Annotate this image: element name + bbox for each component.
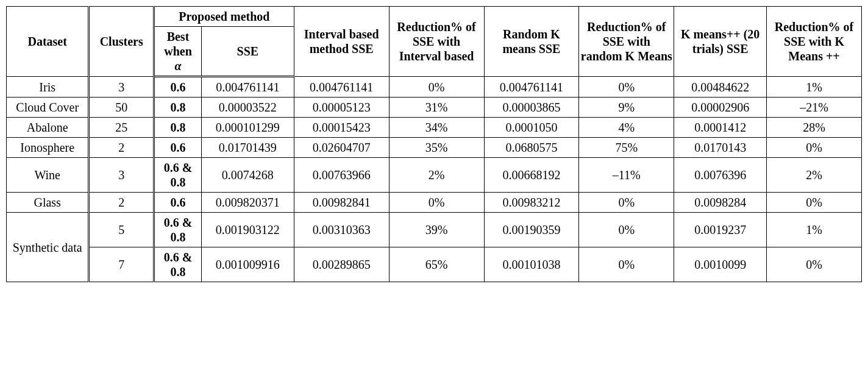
cell-red-kpp: 2% <box>767 158 862 193</box>
cell-red-random: 9% <box>579 98 674 118</box>
table-row: 7 0.6 & 0.8 0.001009916 0.00289865 65% 0… <box>7 247 862 282</box>
cell-red-kpp: 28% <box>767 118 862 138</box>
cell-red-random: 0% <box>579 193 674 213</box>
cell-dataset: Iris <box>7 77 89 98</box>
cell-random: 0.00668192 <box>484 158 579 193</box>
cell-red-kpp: 0% <box>767 247 862 282</box>
cell-interval: 0.00289865 <box>294 247 389 282</box>
comparison-table: Dataset Clusters Proposed method Interva… <box>6 6 862 282</box>
cell-clusters: 7 <box>89 247 154 282</box>
cell-kpp: 0.0098284 <box>674 193 767 213</box>
cell-sse: 0.001903122 <box>201 213 294 247</box>
header-proposed: Proposed method <box>154 7 294 27</box>
cell-kpp: 0.00484622 <box>674 77 767 98</box>
cell-red-kpp: 1% <box>767 77 862 98</box>
cell-kpp: 0.0076396 <box>674 158 767 193</box>
cell-red-kpp: –21% <box>767 98 862 118</box>
cell-sse: 0.0074268 <box>201 158 294 193</box>
cell-red-interval: 34% <box>389 118 484 138</box>
cell-alpha: 0.6 & 0.8 <box>154 213 202 247</box>
cell-random: 0.0680575 <box>484 138 579 158</box>
cell-red-random: –11% <box>579 158 674 193</box>
table-row: Iris 3 0.6 0.004761141 0.004761141 0% 0.… <box>7 77 862 98</box>
cell-dataset: Synthetic data <box>7 213 89 282</box>
cell-kpp: 0.00002906 <box>674 98 767 118</box>
cell-red-interval: 31% <box>389 98 484 118</box>
cell-red-kpp: 0% <box>767 138 862 158</box>
cell-kpp: 0.0010099 <box>674 247 767 282</box>
cell-sse: 0.01701439 <box>201 138 294 158</box>
cell-clusters: 25 <box>89 118 154 138</box>
header-clusters: Clusters <box>89 7 154 77</box>
alpha-symbol: α <box>174 59 181 73</box>
cell-red-random: 75% <box>579 138 674 158</box>
cell-red-interval: 2% <box>389 158 484 193</box>
cell-interval: 0.00763966 <box>294 158 389 193</box>
cell-sse: 0.009820371 <box>201 193 294 213</box>
cell-interval: 0.00005123 <box>294 98 389 118</box>
table-row: Ionosphere 2 0.6 0.01701439 0.02604707 3… <box>7 138 862 158</box>
cell-red-kpp: 1% <box>767 213 862 247</box>
cell-alpha: 0.6 & 0.8 <box>154 158 202 193</box>
cell-red-interval: 65% <box>389 247 484 282</box>
header-best-alpha-line1: Best when <box>164 30 192 58</box>
cell-dataset: Ionosphere <box>7 138 89 158</box>
cell-red-interval: 39% <box>389 213 484 247</box>
cell-sse: 0.000101299 <box>201 118 294 138</box>
cell-red-random: 0% <box>579 247 674 282</box>
cell-random: 0.004761141 <box>484 77 579 98</box>
cell-red-interval: 0% <box>389 193 484 213</box>
cell-clusters: 50 <box>89 98 154 118</box>
cell-random: 0.00983212 <box>484 193 579 213</box>
header-dataset: Dataset <box>7 7 89 77</box>
cell-alpha: 0.8 <box>154 98 202 118</box>
cell-random: 0.00190359 <box>484 213 579 247</box>
header-interval: Interval based method SSE <box>294 7 389 77</box>
header-random: Random K means SSE <box>484 7 579 77</box>
table-row: Synthetic data 5 0.6 & 0.8 0.001903122 0… <box>7 213 862 247</box>
cell-interval: 0.00015423 <box>294 118 389 138</box>
cell-clusters: 2 <box>89 138 154 158</box>
cell-kpp: 0.0001412 <box>674 118 767 138</box>
header-kpp: K means++ (20 trials) SSE <box>674 7 767 77</box>
cell-red-random: 0% <box>579 213 674 247</box>
cell-sse: 0.004761141 <box>201 77 294 98</box>
cell-clusters: 2 <box>89 193 154 213</box>
cell-red-interval: 35% <box>389 138 484 158</box>
cell-dataset: Wine <box>7 158 89 193</box>
cell-red-interval: 0% <box>389 77 484 98</box>
cell-sse: 0.001009916 <box>201 247 294 282</box>
cell-dataset: Abalone <box>7 118 89 138</box>
header-red-interval: Reduction% of SSE with Interval based <box>389 7 484 77</box>
cell-kpp: 0.0019237 <box>674 213 767 247</box>
table-row: Abalone 25 0.8 0.000101299 0.00015423 34… <box>7 118 862 138</box>
cell-alpha: 0.6 <box>154 77 202 98</box>
table-body: Iris 3 0.6 0.004761141 0.004761141 0% 0.… <box>7 77 862 282</box>
cell-alpha: 0.6 <box>154 138 202 158</box>
cell-clusters: 3 <box>89 158 154 193</box>
table-row: Cloud Cover 50 0.8 0.00003522 0.00005123… <box>7 98 862 118</box>
cell-red-kpp: 0% <box>767 193 862 213</box>
header-red-random: Reduction% of SSE with random K Means <box>579 7 674 77</box>
cell-interval: 0.00982841 <box>294 193 389 213</box>
header-best-alpha: Best when α <box>154 27 202 77</box>
table-row: Wine 3 0.6 & 0.8 0.0074268 0.00763966 2%… <box>7 158 862 193</box>
cell-kpp: 0.0170143 <box>674 138 767 158</box>
cell-interval: 0.00310363 <box>294 213 389 247</box>
cell-red-random: 0% <box>579 77 674 98</box>
cell-alpha: 0.6 & 0.8 <box>154 247 202 282</box>
cell-clusters: 5 <box>89 213 154 247</box>
cell-dataset: Cloud Cover <box>7 98 89 118</box>
cell-alpha: 0.6 <box>154 193 202 213</box>
cell-dataset: Glass <box>7 193 89 213</box>
header-sse: SSE <box>201 27 294 77</box>
cell-red-random: 4% <box>579 118 674 138</box>
cell-alpha: 0.8 <box>154 118 202 138</box>
cell-interval: 0.02604707 <box>294 138 389 158</box>
cell-clusters: 3 <box>89 77 154 98</box>
cell-random: 0.0001050 <box>484 118 579 138</box>
header-red-kpp: Reduction% of SSE with K Means ++ <box>767 7 862 77</box>
cell-interval: 0.004761141 <box>294 77 389 98</box>
cell-random: 0.00003865 <box>484 98 579 118</box>
cell-random: 0.00101038 <box>484 247 579 282</box>
